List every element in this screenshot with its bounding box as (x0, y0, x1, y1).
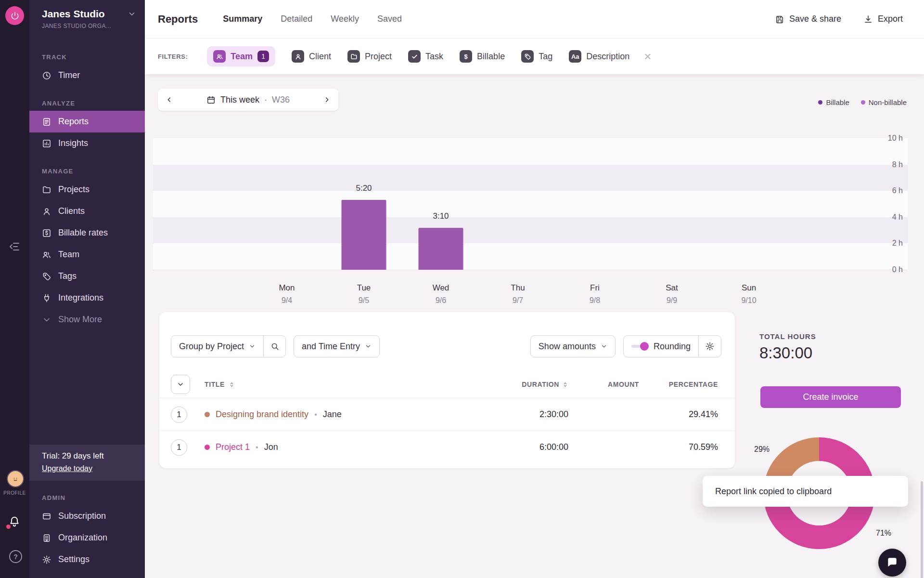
date-range-label-group[interactable]: This week · W36 (173, 95, 323, 105)
integrations-icon (42, 293, 51, 303)
tab-saved[interactable]: Saved (377, 14, 402, 24)
section-label-analyze: ANALYZE (42, 100, 132, 107)
sidebar-item-projects[interactable]: Projects (29, 179, 145, 200)
chevron-left-icon (166, 96, 173, 104)
sidebar-item-label: Reports (58, 117, 89, 127)
download-icon (863, 14, 873, 24)
row-member: Jane (323, 409, 342, 420)
chevron-down-icon (42, 315, 51, 325)
tag-icon (524, 53, 531, 60)
expand-all-button[interactable] (171, 375, 190, 394)
chip-label: Team (231, 52, 253, 62)
power-icon (10, 11, 20, 21)
chart-bar[interactable] (342, 200, 386, 270)
workspace-switcher[interactable]: Janes Studio JANES STUDIO ORGA... (29, 0, 145, 40)
create-invoice-button[interactable]: Create invoice (760, 386, 901, 408)
table-row[interactable]: 1 Designing brand identity • Jane 2:30:0… (159, 398, 735, 431)
tab-detailed[interactable]: Detailed (281, 14, 312, 24)
sidebar-item-show-more[interactable]: Show More (29, 309, 145, 330)
collapse-sidebar-button[interactable] (9, 241, 20, 254)
sidebar-item-billable-rates[interactable]: Billable rates (29, 222, 145, 244)
sidebar-item-label: Projects (58, 184, 90, 195)
folder-icon (42, 185, 51, 195)
x-axis-date: 9/9 (633, 296, 710, 305)
sidebar-item-insights[interactable]: Insights (29, 132, 145, 154)
workspace-name: Janes Studio (42, 8, 111, 20)
upgrade-link[interactable]: Upgrade today (42, 464, 92, 473)
filter-chip-tag[interactable]: Tag (521, 50, 552, 63)
app-logo[interactable] (5, 6, 24, 25)
filter-chip-project[interactable]: Project (347, 50, 392, 63)
group-by-label: Group by Project (179, 342, 244, 352)
filter-chip-billable[interactable]: $ Billable (460, 50, 505, 63)
row-title[interactable]: Designing brand identity (216, 409, 308, 420)
page-title: Reports (158, 13, 198, 26)
building-icon (42, 533, 51, 543)
sub-group-dropdown[interactable]: and Time Entry (294, 335, 380, 357)
row-title[interactable]: Project 1 (216, 442, 250, 452)
sort-duration-icon[interactable] (562, 381, 568, 388)
legend-item-billable[interactable]: Billable (818, 98, 849, 106)
rounding-settings-button[interactable] (698, 336, 721, 357)
sort-title-icon[interactable] (229, 381, 235, 388)
show-amounts-dropdown[interactable]: Show amounts (530, 335, 616, 357)
y-axis-tick: 8 h (892, 160, 903, 169)
previous-week-button[interactable] (166, 96, 173, 104)
timer-icon (42, 71, 51, 80)
sidebar-item-team[interactable]: Team (29, 244, 145, 265)
table-row[interactable]: 1 Project 1 • Jon 6:00:00 70.59% (159, 431, 735, 463)
next-week-button[interactable] (323, 96, 331, 104)
chart-bar-label: 5:20 (356, 184, 372, 193)
sidebar-item-timer[interactable]: Timer (29, 65, 145, 86)
x-axis-date: 9/6 (402, 296, 479, 305)
y-axis-tick: 10 h (888, 134, 903, 143)
dollar-icon: $ (460, 50, 472, 63)
group-by-dropdown[interactable]: Group by Project (171, 336, 263, 357)
sidebar-item-organization[interactable]: Organization (29, 527, 145, 549)
x-axis-day: Wed (402, 283, 479, 293)
app-rail: PROFILE ? (0, 0, 29, 578)
legend-item-non-billable[interactable]: Non-billable (861, 98, 907, 106)
filter-chip-client[interactable]: Client (292, 50, 331, 63)
sidebar-item-reports[interactable]: Reports (29, 111, 145, 132)
y-axis-tick: 2 h (892, 239, 903, 248)
text-icon: Aa (569, 50, 581, 63)
sidebar-item-settings[interactable]: Settings (29, 549, 145, 570)
chevron-down-icon (601, 343, 607, 350)
sidebar-item-integrations[interactable]: Integrations (29, 287, 145, 309)
row-count-badge: 1 (171, 439, 187, 456)
export-button[interactable]: Export (863, 14, 903, 24)
chart-column (479, 138, 556, 270)
chart-bar[interactable] (419, 228, 463, 270)
sidebar-item-label: Billable rates (58, 228, 108, 238)
chat-widget-button[interactable] (878, 549, 906, 577)
legend-dot (861, 100, 865, 105)
project-color-dot (205, 445, 210, 450)
tab-summary[interactable]: Summary (223, 14, 262, 24)
save-share-button[interactable]: Save & share (775, 14, 841, 24)
sidebar-item-subscription[interactable]: Subscription (29, 505, 145, 527)
filter-chip-task[interactable]: Task (408, 50, 443, 63)
sidebar-item-tags[interactable]: Tags (29, 265, 145, 287)
profile-avatar[interactable] (7, 470, 24, 487)
help-button[interactable]: ? (9, 550, 22, 563)
x-axis-labels: Mon9/4 Tue9/5 Wed9/6 Thu9/7 Fri9/8 Sat9/… (248, 283, 787, 305)
row-count-badge: 1 (171, 407, 187, 423)
date-range-picker[interactable]: This week · W36 (158, 89, 338, 111)
filter-chip-team[interactable]: Team 1 (207, 46, 275, 66)
sub-group-label: and Time Entry (302, 342, 360, 352)
tab-weekly[interactable]: Weekly (331, 14, 359, 24)
sidebar-item-label: Team (58, 250, 79, 260)
search-button[interactable] (263, 336, 285, 357)
chart-column (710, 138, 787, 270)
section-label-track: TRACK (42, 53, 132, 61)
clear-filters-icon[interactable]: × (644, 50, 651, 63)
rounding-toggle-group[interactable]: Rounding (624, 342, 698, 352)
rounding-toggle[interactable] (631, 342, 648, 351)
save-share-label: Save & share (789, 14, 841, 24)
notifications-button[interactable] (8, 515, 21, 530)
chevron-down-icon (249, 343, 256, 350)
sidebar-item-clients[interactable]: Clients (29, 200, 145, 222)
vertical-scrollbar[interactable] (921, 481, 923, 578)
filter-chip-description[interactable]: Aa Description (569, 50, 629, 63)
